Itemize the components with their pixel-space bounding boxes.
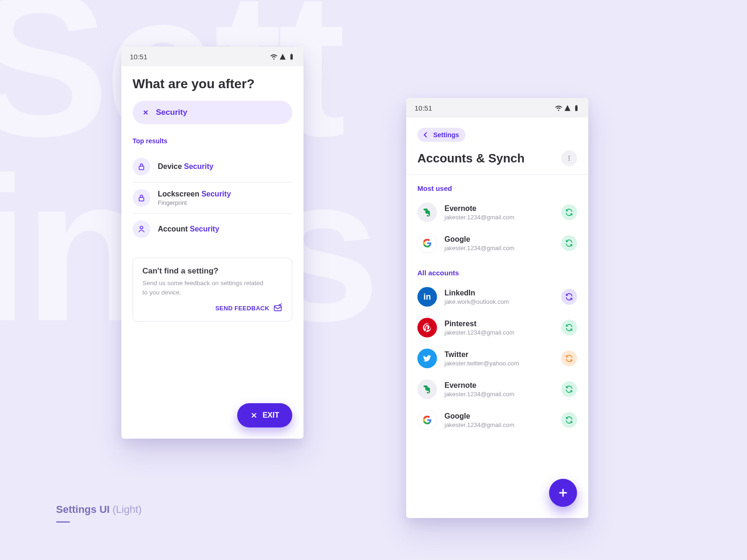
- svg-rect-6: [575, 105, 578, 111]
- wifi-icon: [555, 105, 562, 112]
- result-title: Device Security: [158, 162, 292, 171]
- account-email: jakester.1234@gmail.com: [444, 421, 554, 428]
- svg-point-8: [569, 156, 570, 157]
- twitter-icon: [417, 349, 437, 368]
- status-bar: 10:51: [406, 98, 588, 118]
- sync-status-button[interactable]: [561, 381, 577, 397]
- evernote-icon: [417, 203, 437, 222]
- svg-point-10: [569, 160, 570, 161]
- signal-icon: [564, 105, 571, 112]
- account-row[interactable]: Googlejakester.1234@gmail.com: [417, 228, 577, 259]
- overflow-menu-button[interactable]: [561, 150, 577, 166]
- account-row[interactable]: Pinterestjakester.1234@gmail.com: [417, 312, 577, 343]
- search-result-row[interactable]: Device Security: [133, 151, 292, 182]
- sync-status-button[interactable]: [561, 412, 577, 428]
- account-email: jakester.1234@gmail.com: [444, 329, 554, 336]
- account-row[interactable]: inLinkedInjake.work@outlook.com: [417, 281, 577, 312]
- all-accounts-label: All accounts: [417, 269, 577, 277]
- lock-icon: [133, 158, 150, 175]
- status-bar: 10:51: [121, 47, 303, 66]
- account-name: Evernote: [444, 381, 554, 390]
- svg-point-9: [569, 158, 570, 159]
- search-result-row[interactable]: Account Security: [133, 214, 292, 245]
- result-title: Lockscreen Security: [158, 190, 292, 198]
- account-name: Twitter: [444, 350, 554, 359]
- feedback-body: Send us some feedback on settings relate…: [142, 279, 268, 297]
- exit-label: EXIT: [262, 411, 279, 420]
- status-icons: [270, 53, 295, 60]
- account-email: jakester.twitter@yahoo.com: [444, 360, 554, 367]
- lock-icon: [133, 189, 150, 207]
- back-label: Settings: [433, 131, 459, 139]
- svg-rect-7: [576, 105, 577, 105]
- plus-icon: [557, 487, 569, 498]
- send-feedback-button[interactable]: SEND FEEDBACK: [142, 303, 282, 313]
- account-row[interactable]: Twitterjakester.twitter@yahoo.com: [417, 343, 577, 374]
- close-icon: [250, 412, 258, 419]
- sync-status-button[interactable]: [561, 289, 577, 305]
- showcase-caption: Settings UI (Light): [56, 504, 141, 523]
- pinterest-icon: [417, 318, 437, 337]
- account-name: LinkedIn: [444, 289, 554, 297]
- sync-status-button[interactable]: [561, 320, 577, 336]
- result-title: Account Security: [158, 225, 292, 233]
- add-account-button[interactable]: [549, 479, 577, 507]
- most-used-label: Most used: [417, 184, 577, 192]
- account-email: jakester.1234@gmail.com: [444, 214, 554, 221]
- sync-status-button[interactable]: [561, 235, 577, 251]
- account-email: jakester.1234@gmail.com: [444, 245, 554, 252]
- account-email: jakester.1234@gmail.com: [444, 391, 554, 398]
- search-screen: 10:51 What are you after? Security Top r…: [121, 47, 303, 439]
- account-row[interactable]: Googlejakester.1234@gmail.com: [417, 405, 577, 435]
- clear-search-icon[interactable]: [142, 109, 149, 116]
- mail-check-icon: [273, 303, 282, 313]
- evernote-icon: [417, 379, 437, 399]
- page-title: What are you after?: [133, 77, 292, 91]
- battery-icon: [288, 53, 295, 60]
- status-time: 10:51: [415, 104, 432, 112]
- account-name: Evernote: [444, 204, 554, 213]
- search-value: Security: [156, 108, 187, 117]
- status-time: 10:51: [130, 53, 148, 61]
- svg-rect-5: [275, 306, 282, 311]
- screen-title: Accounts & Synch: [417, 151, 525, 166]
- sync-status-button[interactable]: [561, 350, 577, 366]
- wifi-icon: [270, 53, 277, 60]
- exit-button[interactable]: EXIT: [237, 403, 292, 427]
- search-input[interactable]: Security: [133, 101, 292, 124]
- search-result-row[interactable]: Lockscreen SecurityFingerprint: [133, 182, 292, 214]
- back-button[interactable]: Settings: [417, 128, 465, 142]
- svg-rect-2: [139, 166, 144, 170]
- person-icon: [133, 220, 150, 238]
- arrow-left-icon: [422, 131, 430, 139]
- account-name: Google: [444, 412, 554, 420]
- svg-rect-1: [291, 53, 292, 54]
- linkedin-icon: in: [417, 287, 437, 307]
- accounts-screen: 10:51 Settings Accounts & Synch Most use…: [406, 98, 588, 518]
- svg-rect-0: [290, 54, 293, 59]
- status-icons: [555, 105, 580, 112]
- more-vertical-icon: [566, 155, 572, 161]
- feedback-title: Can't find a setting?: [142, 266, 282, 276]
- google-icon: [417, 410, 437, 430]
- account-row[interactable]: Evernotejakester.1234@gmail.com: [417, 197, 577, 228]
- send-feedback-label: SEND FEEDBACK: [215, 305, 269, 312]
- google-icon: [417, 233, 437, 253]
- account-email: jake.work@outlook.com: [444, 298, 554, 305]
- account-row[interactable]: Evernotejakester.1234@gmail.com: [417, 374, 577, 405]
- result-subtitle: Fingerprint: [158, 199, 292, 206]
- account-name: Pinterest: [444, 320, 554, 328]
- battery-icon: [573, 105, 580, 112]
- account-name: Google: [444, 235, 554, 244]
- screen-header: Accounts & Synch: [406, 150, 588, 175]
- svg-point-4: [140, 226, 143, 229]
- svg-rect-3: [139, 197, 144, 201]
- sync-status-button[interactable]: [561, 204, 577, 220]
- top-results-label: Top results: [133, 137, 292, 145]
- signal-icon: [279, 53, 286, 60]
- feedback-card: Can't find a setting? Send us some feedb…: [133, 258, 292, 322]
